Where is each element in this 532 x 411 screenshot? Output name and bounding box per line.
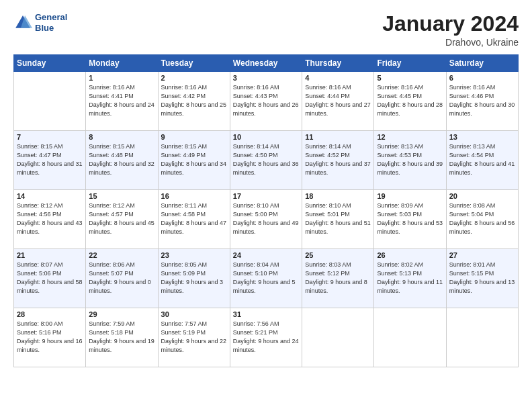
day-number: 11: [305, 133, 371, 141]
day-info: Sunrise: 8:14 AM Sunset: 4:52 PM Dayligh…: [305, 142, 371, 177]
day-number: 15: [89, 192, 154, 200]
logo-icon: [13, 13, 32, 32]
table-row: 8Sunrise: 8:15 AM Sunset: 4:48 PM Daylig…: [86, 131, 158, 190]
day-info: Sunrise: 8:06 AM Sunset: 5:07 PM Dayligh…: [89, 261, 154, 295]
table-row: 22Sunrise: 8:06 AM Sunset: 5:07 PM Dayli…: [86, 249, 158, 308]
day-info: Sunrise: 8:16 AM Sunset: 4:41 PM Dayligh…: [89, 83, 154, 118]
table-row: 3Sunrise: 8:16 AM Sunset: 4:43 PM Daylig…: [230, 72, 302, 131]
day-info: Sunrise: 8:16 AM Sunset: 4:43 PM Dayligh…: [233, 83, 299, 118]
table-row: 16Sunrise: 8:11 AM Sunset: 4:58 PM Dayli…: [158, 190, 230, 249]
day-info: Sunrise: 8:12 AM Sunset: 4:56 PM Dayligh…: [17, 201, 83, 236]
calendar-week-row: 14Sunrise: 8:12 AM Sunset: 4:56 PM Dayli…: [14, 190, 519, 249]
calendar-week-row: 7Sunrise: 8:15 AM Sunset: 4:47 PM Daylig…: [14, 131, 519, 190]
table-row: 2Sunrise: 8:16 AM Sunset: 4:42 PM Daylig…: [158, 72, 230, 131]
day-number: 19: [377, 192, 443, 200]
day-info: Sunrise: 8:13 AM Sunset: 4:54 PM Dayligh…: [449, 142, 515, 177]
day-number: 29: [89, 310, 154, 318]
table-row: [446, 308, 518, 367]
table-row: 7Sunrise: 8:15 AM Sunset: 4:47 PM Daylig…: [14, 131, 86, 190]
day-number: 1: [89, 74, 154, 82]
table-row: 15Sunrise: 8:12 AM Sunset: 4:57 PM Dayli…: [86, 190, 158, 249]
table-row: 13Sunrise: 8:13 AM Sunset: 4:54 PM Dayli…: [446, 131, 518, 190]
day-number: 14: [17, 192, 83, 200]
table-row: 1Sunrise: 8:16 AM Sunset: 4:41 PM Daylig…: [86, 72, 158, 131]
col-thursday: Thursday: [302, 55, 374, 72]
day-info: Sunrise: 8:10 AM Sunset: 5:00 PM Dayligh…: [233, 201, 299, 236]
col-tuesday: Tuesday: [158, 55, 230, 72]
col-wednesday: Wednesday: [230, 55, 302, 72]
day-info: Sunrise: 8:08 AM Sunset: 5:04 PM Dayligh…: [449, 201, 515, 236]
table-row: 30Sunrise: 7:57 AM Sunset: 5:19 PM Dayli…: [158, 308, 230, 367]
day-number: 31: [233, 310, 299, 318]
day-info: Sunrise: 8:02 AM Sunset: 5:13 PM Dayligh…: [377, 261, 443, 295]
col-monday: Monday: [86, 55, 158, 72]
col-friday: Friday: [374, 55, 446, 72]
table-row: 29Sunrise: 7:59 AM Sunset: 5:18 PM Dayli…: [86, 308, 158, 367]
day-info: Sunrise: 8:05 AM Sunset: 5:09 PM Dayligh…: [161, 261, 227, 295]
table-row: 24Sunrise: 8:04 AM Sunset: 5:10 PM Dayli…: [230, 249, 302, 308]
day-number: 9: [161, 133, 227, 141]
col-saturday: Saturday: [446, 55, 518, 72]
day-info: Sunrise: 8:15 AM Sunset: 4:49 PM Dayligh…: [161, 142, 227, 177]
table-row: 11Sunrise: 8:14 AM Sunset: 4:52 PM Dayli…: [302, 131, 374, 190]
table-row: 17Sunrise: 8:10 AM Sunset: 5:00 PM Dayli…: [230, 190, 302, 249]
day-number: 22: [89, 251, 154, 259]
header: General Blue January 2024 Drahovo, Ukrai…: [13, 12, 519, 48]
col-sunday: Sunday: [14, 55, 86, 72]
day-info: Sunrise: 8:15 AM Sunset: 4:47 PM Dayligh…: [17, 142, 83, 177]
page: General Blue January 2024 Drahovo, Ukrai…: [0, 0, 532, 411]
table-row: 4Sunrise: 8:16 AM Sunset: 4:44 PM Daylig…: [302, 72, 374, 131]
day-number: 2: [161, 74, 227, 82]
day-number: 24: [233, 251, 299, 259]
table-row: 25Sunrise: 8:03 AM Sunset: 5:12 PM Dayli…: [302, 249, 374, 308]
month-title: January 2024: [382, 12, 519, 36]
day-number: 20: [449, 192, 515, 200]
day-info: Sunrise: 8:12 AM Sunset: 4:57 PM Dayligh…: [89, 201, 154, 236]
table-row: [14, 72, 86, 131]
day-info: Sunrise: 8:16 AM Sunset: 4:44 PM Dayligh…: [305, 83, 371, 118]
table-row: 14Sunrise: 8:12 AM Sunset: 4:56 PM Dayli…: [14, 190, 86, 249]
day-info: Sunrise: 8:13 AM Sunset: 4:53 PM Dayligh…: [377, 142, 443, 177]
day-number: 30: [161, 310, 227, 318]
day-number: 3: [233, 74, 299, 82]
table-row: 20Sunrise: 8:08 AM Sunset: 5:04 PM Dayli…: [446, 190, 518, 249]
day-number: 5: [377, 74, 443, 82]
day-number: 28: [17, 310, 83, 318]
calendar-table: Sunday Monday Tuesday Wednesday Thursday…: [13, 54, 519, 367]
table-row: 12Sunrise: 8:13 AM Sunset: 4:53 PM Dayli…: [374, 131, 446, 190]
day-number: 18: [305, 192, 371, 200]
table-row: 31Sunrise: 7:56 AM Sunset: 5:21 PM Dayli…: [230, 308, 302, 367]
calendar-header-row: Sunday Monday Tuesday Wednesday Thursday…: [14, 55, 519, 72]
day-info: Sunrise: 8:09 AM Sunset: 5:03 PM Dayligh…: [377, 201, 443, 236]
calendar-week-row: 21Sunrise: 8:07 AM Sunset: 5:06 PM Dayli…: [14, 249, 519, 308]
table-row: [374, 308, 446, 367]
table-row: 28Sunrise: 8:00 AM Sunset: 5:16 PM Dayli…: [14, 308, 86, 367]
table-row: 19Sunrise: 8:09 AM Sunset: 5:03 PM Dayli…: [374, 190, 446, 249]
day-info: Sunrise: 8:11 AM Sunset: 4:58 PM Dayligh…: [161, 201, 227, 236]
day-info: Sunrise: 8:14 AM Sunset: 4:50 PM Dayligh…: [233, 142, 299, 177]
day-number: 23: [161, 251, 227, 259]
table-row: 27Sunrise: 8:01 AM Sunset: 5:15 PM Dayli…: [446, 249, 518, 308]
day-number: 17: [233, 192, 299, 200]
title-block: January 2024 Drahovo, Ukraine: [382, 12, 519, 48]
day-info: Sunrise: 8:15 AM Sunset: 4:48 PM Dayligh…: [89, 142, 154, 177]
day-number: 7: [17, 133, 83, 141]
table-row: 9Sunrise: 8:15 AM Sunset: 4:49 PM Daylig…: [158, 131, 230, 190]
day-number: 21: [17, 251, 83, 259]
day-info: Sunrise: 7:59 AM Sunset: 5:18 PM Dayligh…: [89, 320, 154, 355]
day-number: 16: [161, 192, 227, 200]
day-info: Sunrise: 8:00 AM Sunset: 5:16 PM Dayligh…: [17, 320, 83, 355]
table-row: 23Sunrise: 8:05 AM Sunset: 5:09 PM Dayli…: [158, 249, 230, 308]
day-number: 25: [305, 251, 371, 259]
table-row: 10Sunrise: 8:14 AM Sunset: 4:50 PM Dayli…: [230, 131, 302, 190]
day-info: Sunrise: 8:16 AM Sunset: 4:42 PM Dayligh…: [161, 83, 227, 118]
day-number: 27: [449, 251, 515, 259]
day-number: 13: [449, 133, 515, 141]
logo: General Blue: [13, 12, 67, 33]
day-number: 4: [305, 74, 371, 82]
table-row: 21Sunrise: 8:07 AM Sunset: 5:06 PM Dayli…: [14, 249, 86, 308]
calendar-week-row: 1Sunrise: 8:16 AM Sunset: 4:41 PM Daylig…: [14, 72, 519, 131]
table-row: 6Sunrise: 8:16 AM Sunset: 4:46 PM Daylig…: [446, 72, 518, 131]
day-info: Sunrise: 7:57 AM Sunset: 5:19 PM Dayligh…: [161, 320, 227, 355]
day-number: 12: [377, 133, 443, 141]
